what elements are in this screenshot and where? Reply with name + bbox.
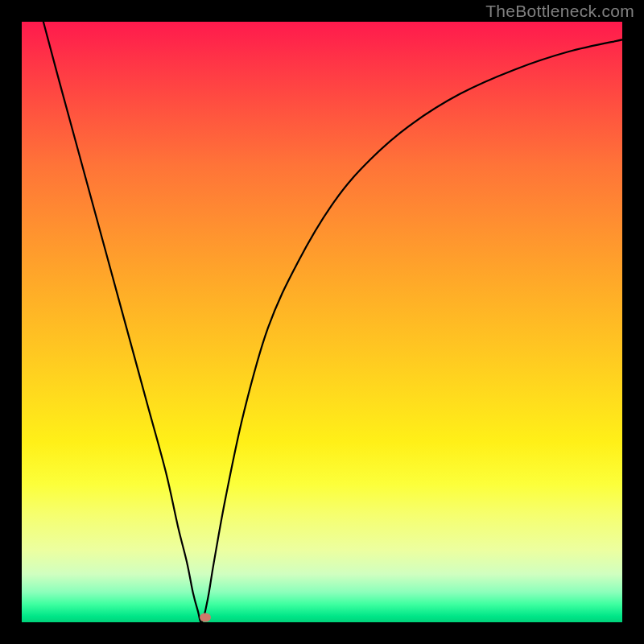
chart-container: TheBottleneck.com xyxy=(0,0,644,644)
watermark-text: TheBottleneck.com xyxy=(485,2,634,21)
curve-svg xyxy=(22,22,622,622)
plot-area xyxy=(22,22,622,622)
minimum-marker xyxy=(200,613,211,622)
bottleneck-curve-path xyxy=(43,22,622,622)
